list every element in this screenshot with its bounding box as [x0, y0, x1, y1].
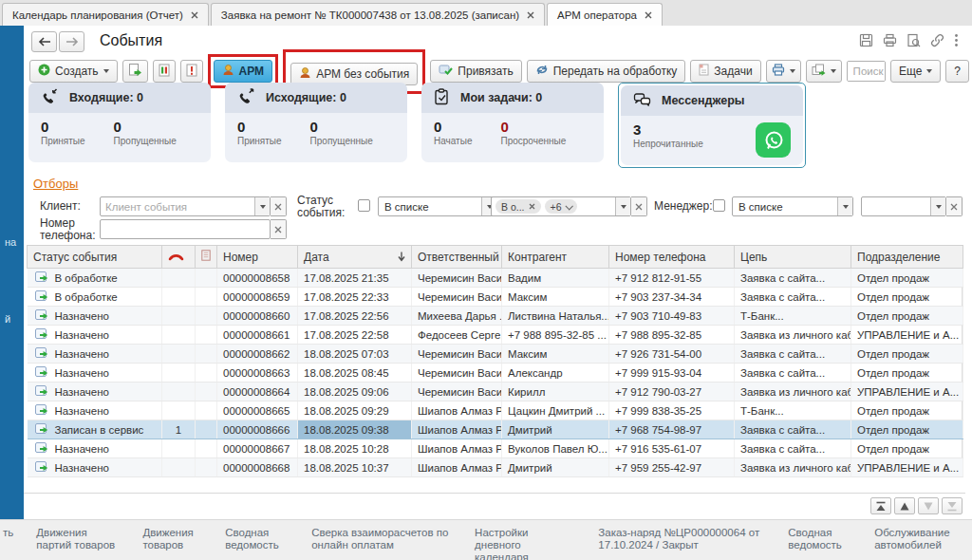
tasks-button[interactable]: Задачи	[690, 60, 760, 83]
col-document[interactable]	[196, 246, 217, 269]
dropdown-arrow-icon[interactable]	[615, 197, 630, 215]
card-messengers[interactable]: Мессенджеры 3Непрочитанные	[621, 85, 803, 165]
back-button[interactable]	[31, 31, 57, 52]
cell-responsible: Михеева Дарья ...	[412, 307, 502, 326]
table-row[interactable]: Назначено0000000866117.08.2025 22:58Федо…	[28, 326, 963, 345]
left-strip[interactable]: най	[0, 26, 24, 519]
dropdown-arrow-icon[interactable]	[837, 197, 852, 215]
card-incoming-calls[interactable]: Входящие: 0 0Принятые 0Пропущенные	[28, 83, 211, 162]
important-events-button[interactable]	[180, 60, 203, 83]
cell-number: 00000008660	[217, 307, 298, 326]
search-box	[847, 61, 886, 82]
table-row[interactable]: Назначено0000000866818.08.2025 10:37Шиап…	[28, 458, 963, 477]
col-date[interactable]: Дата	[298, 246, 412, 269]
col-division[interactable]: Подразделение	[851, 246, 963, 269]
chevron-down-icon	[926, 69, 932, 73]
manager-values-clear-icon[interactable]	[946, 196, 963, 216]
table-row[interactable]: Назначено0000000866318.08.2025 08:45Чере…	[28, 364, 963, 383]
card-outgoing-calls[interactable]: Исходящие: 0 0Принятые 0Пропущенные	[225, 83, 407, 162]
col-number[interactable]: Номер	[217, 246, 298, 269]
go-up-button[interactable]	[894, 497, 915, 514]
tab-close-icon[interactable]	[191, 11, 198, 19]
kebab-menu-icon[interactable]	[954, 33, 959, 47]
card-my-tasks[interactable]: Мои задачи: 0 0Начатые 0Просроченные	[421, 83, 604, 162]
table-row[interactable]: В обработке0000000865917.08.2025 22:33Че…	[28, 288, 963, 307]
status-values-clear-icon[interactable]	[631, 196, 647, 216]
preview-icon[interactable]	[907, 33, 921, 47]
client-filter-field	[100, 196, 271, 216]
cell-responsible: Черемисин Васи...	[412, 383, 502, 401]
manager-values-field[interactable]	[861, 196, 946, 216]
footer-link[interactable]: Сводная ведомость	[788, 527, 851, 551]
table-row[interactable]: В обработке0000000865817.08.2025 21:35Че…	[28, 269, 963, 288]
more-button[interactable]: Еще	[890, 60, 941, 83]
create-button[interactable]: Создать	[29, 60, 118, 83]
bind-button[interactable]: Привязать	[430, 60, 521, 83]
col-responsible[interactable]: Ответственный	[412, 246, 502, 269]
search-input[interactable]	[848, 62, 886, 81]
link-icon[interactable]	[930, 33, 944, 47]
table-row[interactable]: Назначено0000000866418.08.2025 09:06Чере…	[28, 383, 963, 401]
status-checkbox[interactable]	[358, 199, 370, 212]
dropdown-arrow-icon[interactable]	[254, 197, 270, 215]
col-phone[interactable]: Номер телефона	[609, 246, 735, 269]
process-button[interactable]: Передать на обработку	[527, 60, 686, 83]
arm-button[interactable]: АРМ	[214, 60, 273, 83]
event-list-button[interactable]	[153, 60, 176, 83]
forward-copy-dropdown-button[interactable]	[806, 60, 842, 83]
cell-counterparty: Дмитрий	[502, 420, 609, 439]
footer-link[interactable]: Обслуживание автомобилей	[874, 527, 966, 551]
transfer-icon	[535, 64, 549, 79]
go-first-button[interactable]	[870, 497, 891, 514]
selections-link[interactable]: Отборы	[33, 177, 78, 191]
print-dropdown-button[interactable]	[766, 60, 801, 83]
tab-close-icon[interactable]	[645, 11, 652, 19]
client-clear-icon[interactable]	[271, 196, 287, 216]
status-value-tag[interactable]: В о...	[495, 199, 541, 214]
task-doc-icon	[699, 64, 709, 79]
status-condition-field[interactable]: В списке	[378, 196, 497, 216]
phone-clear-icon[interactable]	[271, 219, 287, 239]
col-status[interactable]: Статус события	[28, 246, 162, 269]
footer-link[interactable]: Сводная ведомость	[225, 527, 289, 551]
status-values-field[interactable]: В о... +6	[491, 196, 631, 216]
footer-links: тьДвижения партий товаровДвижения товаро…	[0, 519, 972, 560]
copy-event-button[interactable]	[122, 60, 148, 83]
tab-operator-arm[interactable]: АРМ оператора	[547, 3, 663, 26]
footer-link[interactable]: Сверка взаиморасчетов по онлайн оплатам	[311, 527, 452, 551]
go-down-button[interactable]	[918, 497, 939, 514]
tab-planning-calendar[interactable]: Календарь планирования (Отчет)	[2, 3, 209, 26]
footer-link[interactable]: Настройки дневного календаря	[475, 527, 575, 560]
go-last-button[interactable]	[942, 497, 963, 514]
tab-close-icon[interactable]	[527, 11, 534, 19]
arm-no-event-button[interactable]: АРМ без события	[290, 63, 418, 85]
save-icon[interactable]	[859, 33, 873, 47]
table-row[interactable]: Записан в сервис10000000866618.08.2025 0…	[28, 420, 963, 439]
tab-repair-request[interactable]: Заявка на ремонт № ТК000007438 от 13.08.…	[211, 3, 545, 26]
plus-icon	[38, 64, 50, 79]
table-row[interactable]: Назначено0000000866518.08.2025 09:29Шиап…	[28, 401, 963, 420]
footer-link[interactable]: Движения партий товаров	[36, 527, 120, 551]
whatsapp-icon[interactable]	[756, 122, 791, 158]
print-icon[interactable]	[883, 33, 897, 47]
cell-missed	[162, 345, 196, 364]
col-counterparty[interactable]: Контрагент	[502, 246, 609, 269]
event-doc-icon	[35, 366, 49, 380]
event-doc-icon	[35, 461, 49, 475]
client-input[interactable]	[101, 201, 254, 213]
footer-link[interactable]: Движения товаров	[142, 527, 202, 551]
table-row[interactable]: Назначено0000000866718.08.2025 10:28Шиап…	[28, 439, 963, 458]
phone-input[interactable]	[101, 224, 270, 235]
footer-link[interactable]: Заказ-наряд №ЦР000000064 от 17.10.2024 /…	[598, 527, 765, 551]
dropdown-arrow-icon[interactable]	[930, 197, 945, 215]
footer-link[interactable]: ть	[3, 527, 13, 539]
manager-checkbox[interactable]	[713, 199, 725, 212]
forward-button[interactable]	[59, 31, 84, 52]
help-button[interactable]: ?	[945, 60, 969, 83]
manager-condition-field[interactable]: В списке	[732, 196, 853, 216]
table-row[interactable]: Назначено0000000866017.08.2025 22:56Михе…	[28, 307, 963, 326]
table-row[interactable]: Назначено0000000866218.08.2025 07:03Чере…	[28, 345, 963, 364]
col-missed-call[interactable]	[162, 246, 196, 269]
col-chain[interactable]: Цепь	[735, 246, 851, 269]
status-more-tag[interactable]: +6	[545, 199, 577, 214]
